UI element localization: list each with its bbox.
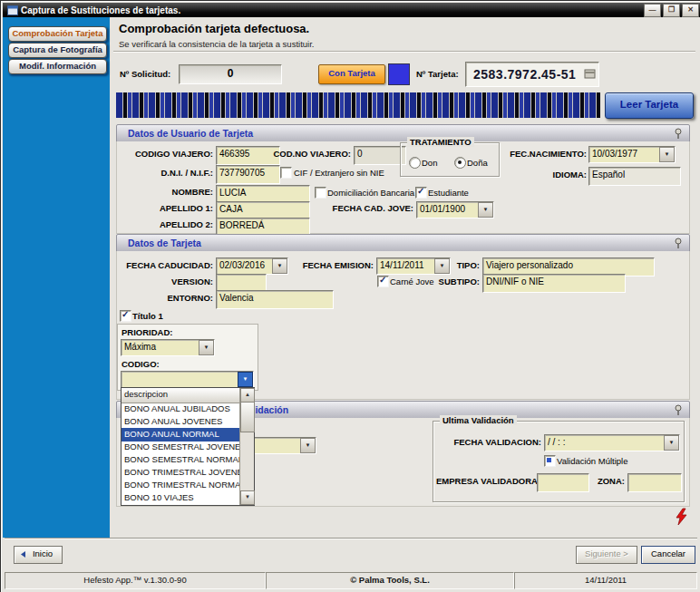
codigo-combo[interactable]: ▼: [121, 371, 254, 388]
section-usuario-header: Datos de Usuario de Tarjeta: [116, 124, 690, 143]
con-tarjeta-button[interactable]: Con Tarjeta: [318, 64, 385, 84]
dropdown-column-header: descripcion: [122, 388, 240, 403]
fecha-caducidad-combo[interactable]: 02/03/2016 ▼: [216, 257, 288, 275]
scroll-up-icon[interactable]: ▲: [240, 388, 255, 403]
dropdown-scrollbar[interactable]: ▲ ▼: [239, 388, 254, 505]
siguiente-button[interactable]: Siguiente >: [576, 546, 637, 564]
tratamiento-label: TRATAMIENTO: [407, 137, 474, 147]
empresa-validadora-field[interactable]: [537, 473, 589, 492]
validacion-combo[interactable]: ▼: [248, 437, 316, 454]
pin-icon[interactable]: [673, 238, 684, 248]
fecha-cad-jove-combo[interactable]: 01/01/1900 ▼: [416, 201, 494, 218]
fecha-validacion-combo[interactable]: / / : : ▼: [544, 434, 680, 451]
section-tarjeta-title: Datos de Tarjeta: [128, 238, 201, 248]
inicio-label: Inicio: [33, 548, 53, 558]
cod-no-viajero-field[interactable]: 0: [354, 146, 406, 165]
titulo1-label: Título 1: [132, 311, 163, 321]
zona-label: ZONA:: [588, 476, 625, 486]
dona-radio[interactable]: [454, 157, 466, 169]
fecha-emision-combo[interactable]: 14/11/2011 ▼: [376, 257, 451, 275]
pin-icon[interactable]: [673, 128, 684, 139]
carne-jove-label: Carné Jove: [390, 277, 434, 286]
tipo-label: TIPO:: [449, 260, 480, 270]
cod-no-viajero-label: COD.NO VIAJERO:: [269, 149, 351, 159]
statusbar-date: 14/11/2011: [514, 572, 697, 589]
estudiante-checkbox[interactable]: [415, 187, 427, 199]
fecha-validacion-label: FECHA VALIDACION:: [440, 437, 541, 447]
subtipo-field[interactable]: DNI/NIF o NIE: [482, 274, 626, 293]
cif-extranjero-checkbox[interactable]: [280, 167, 292, 179]
idioma-label: IDIOMA:: [523, 170, 587, 180]
chevron-down-icon[interactable]: ▼: [434, 258, 450, 274]
tarjeta-number-field[interactable]: 2583.7972.45-51: [465, 62, 599, 87]
dropdown-item[interactable]: BONO SEMESTRAL JOVENES: [122, 441, 240, 454]
titlebar: Captura de Sustituciones de tarjetas. — …: [3, 3, 700, 17]
pin-icon[interactable]: [673, 404, 684, 415]
idioma-field[interactable]: Español: [588, 167, 681, 186]
page-title: Comprobación tarjeta defectuosa.: [119, 22, 309, 35]
chevron-down-icon[interactable]: ▼: [300, 438, 316, 453]
dni-field[interactable]: 737790705: [216, 165, 280, 184]
dona-label: Doña: [467, 158, 488, 168]
chevron-down-icon[interactable]: ▼: [659, 147, 675, 162]
card-icon: [584, 68, 596, 80]
sidebar-item-comprobacion-tarjeta[interactable]: Comprobación Tarjeta: [8, 26, 107, 42]
fec-nacimiento-combo[interactable]: 10/03/1977 ▼: [588, 146, 676, 163]
chevron-down-icon[interactable]: ▼: [199, 340, 214, 355]
subtipo-label: SUBTIPO:: [431, 277, 480, 286]
chevron-down-icon[interactable]: ▼: [664, 435, 679, 451]
empresa-validadora-label: EMPRESA VALIDADORA:: [436, 476, 534, 486]
dropdown-item[interactable]: BONO TRIMESTRAL JOVENES: [122, 466, 240, 480]
header-divider: [113, 51, 695, 53]
tarjeta-number-value: 2583.7972.45-51: [473, 67, 576, 82]
chevron-down-icon[interactable]: ▼: [478, 202, 493, 218]
dropdown-item[interactable]: BONO SEMESTRAL NORMAL: [122, 453, 240, 467]
leer-tarjeta-button[interactable]: Leer Tarjeta: [605, 92, 694, 119]
domiciliacion-checkbox[interactable]: [315, 187, 326, 199]
dropdown-item[interactable]: BONO 10 VIAJES: [122, 491, 240, 505]
chevron-down-icon[interactable]: ▼: [238, 372, 253, 387]
codigo-viajero-label: CODIGO VIAJERO:: [117, 149, 213, 159]
prioridad-label: PRIORIDAD:: [122, 327, 172, 337]
entorno-field[interactable]: Valencia: [216, 290, 334, 309]
validacion-multiple-label: Validación Múltiple: [557, 456, 628, 466]
cif-extranjero-label: CIF / Extranjero sin NIE: [294, 168, 384, 178]
close-button[interactable]: ✕: [682, 4, 699, 17]
maximize-button[interactable]: ❐: [663, 4, 680, 17]
codigo-dropdown-list: descripcion BONO ANUAL JUBILADOS BONO AN…: [121, 387, 255, 506]
version-label: VERSION:: [117, 277, 213, 286]
barcode: [116, 92, 600, 118]
ultima-validacion-title: Ultima Validación: [440, 415, 517, 425]
don-label: Don: [422, 158, 437, 168]
validacion-multiple-checkbox[interactable]: [544, 455, 556, 467]
section-tarjeta-header: Datos de Tarjeta: [116, 234, 690, 253]
sidebar: Comprobación Tarjeta Captura de Fotograf…: [3, 17, 110, 538]
minimize-button[interactable]: —: [644, 4, 661, 17]
don-radio[interactable]: [409, 157, 421, 169]
carne-jove-checkbox[interactable]: [377, 276, 389, 287]
fecha-cad-jove-label: FECHA CAD. JOVE:: [314, 203, 413, 213]
chevron-down-icon[interactable]: ▼: [272, 258, 287, 274]
zona-field[interactable]: [627, 473, 682, 492]
dropdown-item[interactable]: BONO ANUAL JUBILADOS: [122, 403, 240, 416]
dropdown-item-selected[interactable]: BONO ANUAL NORMAL: [122, 428, 240, 442]
sidebar-item-modif-informacion[interactable]: Modif. Información: [8, 59, 107, 74]
app-window: Captura de Sustituciones de tarjetas. — …: [0, 0, 700, 592]
sidebar-item-captura-fotografia[interactable]: Captura de Fotografía: [8, 43, 107, 58]
scrollbar-thumb[interactable]: [240, 402, 255, 432]
domiciliacion-label: Domiciliación Bancaria: [327, 188, 414, 198]
prioridad-combo[interactable]: Máxima ▼: [121, 339, 215, 356]
dropdown-item[interactable]: BONO TRIMESTRAL NORMAL: [122, 479, 240, 492]
dropdown-item[interactable]: BONO ANUAL JOVENES: [122, 415, 240, 429]
solicitud-field[interactable]: 0: [179, 64, 282, 84]
section-usuario-title: Datos de Usuario de Tarjeta: [128, 128, 253, 139]
inicio-button[interactable]: Inicio: [14, 546, 63, 564]
statusbar-copyright: © Palma Tools, S.L.: [266, 572, 514, 589]
solicitud-label: Nº Solicitud:: [120, 69, 170, 79]
cancelar-button[interactable]: Cancelar: [641, 546, 695, 564]
entorno-label: ENTORNO:: [117, 293, 213, 303]
titulo1-checkbox[interactable]: [120, 310, 131, 322]
apellido2-label: APELLIDO 2:: [117, 219, 213, 229]
scroll-down-icon[interactable]: ▼: [240, 490, 255, 505]
page-subtitle: Se verificará la consistencia de la tarj…: [119, 39, 314, 49]
